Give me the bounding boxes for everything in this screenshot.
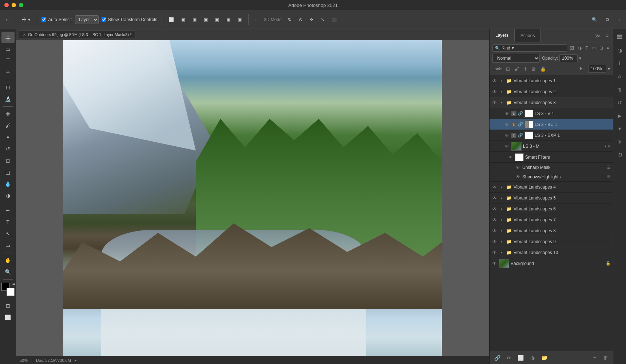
layer-visibility-toggle[interactable]: 👁 (492, 100, 498, 106)
layer-expand-button[interactable]: ▸ (499, 239, 504, 244)
crop-tool-button[interactable]: ⊡ (1, 82, 15, 93)
gradient-tool-button[interactable]: ◫ (1, 167, 15, 178)
panel-menu-button[interactable]: ≡ (604, 32, 610, 39)
path-selection-tool-button[interactable]: ↖ (1, 228, 15, 239)
layer-item[interactable]: 👁 ▸ 📁 Vibrant Landscapes 1 (490, 75, 613, 86)
layer-visibility-toggle[interactable]: 👁 (515, 165, 521, 170)
layer-visibility-toggle[interactable]: 👁 (492, 78, 498, 84)
layer-item[interactable]: 👁 ▸ 📁 Vibrant Landscapes 2 (490, 86, 613, 97)
magic-wand-tool-button[interactable]: ✳ (1, 67, 15, 78)
filter-shape-button[interactable]: ▭ (591, 45, 597, 51)
align-left-button[interactable]: ⬜ (166, 16, 176, 24)
layer-item[interactable]: 👁 ▸ 📁 Vibrant Landscapes 5 (490, 193, 613, 203)
lock-transparent-button[interactable]: ⊡ (505, 66, 511, 72)
tab-actions[interactable]: Actions (515, 29, 541, 42)
canvas-container[interactable] (16, 40, 489, 356)
text-tool-button[interactable]: T (1, 217, 15, 228)
layer-item[interactable]: 👁 ▸ 📁 Vibrant Landscapes 10 (490, 247, 613, 258)
more-button[interactable]: ... (253, 16, 261, 24)
layer-visibility-toggle[interactable]: 👁 (504, 111, 510, 116)
add-adjustment-button[interactable]: ◑ (528, 354, 536, 362)
align-center-h-button[interactable]: ▣ (179, 16, 187, 24)
brush-tool-button[interactable]: 🖌 (1, 120, 15, 131)
home-button[interactable]: ⌂ (4, 16, 11, 24)
filter-item[interactable]: 👁 Unsharp Mask ☰ (490, 163, 613, 172)
move-tool-options-button[interactable]: ✛ ▾ (20, 15, 32, 24)
layer-item[interactable]: 👁 ⊗ 🔗 LS 3 - EXP 1 (490, 130, 613, 141)
distribute-button[interactable]: ▣ (235, 16, 244, 24)
3d-slide-button[interactable]: ⤡ (318, 16, 326, 24)
layer-expand-button[interactable]: ▸ (499, 89, 504, 94)
filter-pixel-button[interactable]: 🖼 (569, 45, 575, 51)
share-button[interactable]: ↑ (616, 16, 622, 24)
screen-mode-button[interactable]: ⬜ (1, 312, 15, 323)
tab-close-icon[interactable]: ✕ (23, 33, 26, 37)
show-transform-checkbox[interactable] (102, 17, 106, 22)
smart-filters-item[interactable]: 👁 Smart Filters (490, 152, 613, 163)
align-top-button[interactable]: ▣ (202, 16, 210, 24)
kind-search[interactable]: 🔍 Kind ▾ (492, 44, 567, 52)
lock-artboard-button[interactable]: ⊠ (531, 66, 537, 72)
layer-item[interactable]: 👁 ▾ 📁 Vibrant Landscapes 3 (490, 97, 613, 108)
fill-input[interactable] (588, 65, 606, 73)
info-panel-button[interactable]: ℹ (615, 58, 625, 68)
layer-expand-button[interactable]: ▾ (499, 100, 504, 105)
layer-expand-button[interactable]: ▸ (499, 78, 504, 83)
layer-expand-button[interactable]: ▸ (499, 217, 504, 222)
background-layer-item[interactable]: 👁 Background 🔒 (490, 258, 613, 269)
layer-item[interactable]: 👁 ▸ 📁 Vibrant Landscapes 6 (490, 203, 613, 214)
clone-stamp-tool-button[interactable]: ✦ (1, 132, 15, 143)
align-center-v-button[interactable]: ▣ (213, 16, 221, 24)
layer-expand-button[interactable]: ▸ (499, 228, 504, 233)
layer-item[interactable]: 👁 LS 3 - M ▾ ✏ (490, 141, 613, 152)
history-brush-tool-button[interactable]: ↺ (1, 143, 15, 154)
create-new-layer-button[interactable]: + (591, 353, 598, 362)
layer-visibility-toggle[interactable]: 👁 (504, 132, 510, 138)
layer-visibility-toggle[interactable]: 👁 (504, 143, 510, 149)
shape-tool-button[interactable]: ▭ (1, 240, 15, 251)
rectangular-marquee-tool-button[interactable]: ▭ (1, 44, 15, 55)
layer-visibility-toggle[interactable]: 👁 (492, 195, 498, 201)
eraser-tool-button[interactable]: ◻ (1, 155, 15, 166)
delete-layer-button[interactable]: 🗑 (601, 354, 610, 362)
add-layer-style-button[interactable]: fx (505, 354, 513, 361)
search-button[interactable]: 🔍 (590, 16, 599, 24)
layer-visibility-toggle[interactable]: 👁 (504, 122, 510, 127)
filter-item[interactable]: 👁 Shadows/Highlights ☰ (490, 172, 613, 182)
align-right-button[interactable]: ▣ (190, 16, 199, 24)
hand-tool-button[interactable]: ✋ (1, 255, 15, 266)
layer-item[interactable]: 👁 ▸ 📁 Vibrant Landscapes 9 (490, 236, 613, 247)
3d-panel-button[interactable]: ✳ (615, 137, 625, 147)
lock-pixels-button[interactable]: 🖌 (513, 66, 520, 72)
foreground-background-colors[interactable]: ⇄ (1, 283, 15, 296)
expand-panel-button[interactable]: ≫ (594, 32, 602, 39)
link-layers-button[interactable]: 🔗 (492, 354, 502, 362)
swap-colors-button[interactable]: ⇄ (12, 282, 15, 286)
layer-item[interactable]: 👁 ⊗ 🔗 LS 3 - BC 1 (490, 119, 613, 130)
filter-adjustment-button[interactable]: ◑ (577, 45, 582, 51)
create-group-button[interactable]: 📁 (539, 354, 549, 362)
3d-camera-button[interactable]: 🎥 (329, 16, 339, 24)
move-tool-button[interactable] (1, 32, 15, 43)
paragraph-panel-button[interactable]: ¶ (615, 84, 625, 95)
zoom-tool-button[interactable]: 🔍 (1, 266, 15, 277)
3d-rotate-button[interactable]: ↻ (286, 16, 294, 24)
layer-visibility-toggle[interactable]: 👁 (492, 228, 498, 234)
quick-mask-button[interactable]: ⊞ (1, 300, 15, 311)
character-panel-button[interactable]: A (615, 71, 625, 82)
timeline-panel-button[interactable]: ⏱ (615, 150, 625, 160)
layer-visibility-toggle[interactable]: 👁 (492, 250, 498, 256)
lock-position-button[interactable]: ✛ (522, 66, 528, 72)
background-color[interactable] (7, 288, 15, 296)
close-button[interactable] (4, 3, 9, 7)
3d-roll-button[interactable]: ⊙ (297, 16, 305, 24)
filter-toggle-button[interactable]: ● (606, 45, 610, 51)
layer-expand-button[interactable]: ▸ (499, 185, 504, 190)
layer-visibility-toggle[interactable]: 👁 (492, 217, 498, 223)
layer-expand-button[interactable]: ▸ (499, 206, 504, 211)
layer-visibility-toggle[interactable]: 👁 (508, 154, 514, 160)
layer-item[interactable]: 👁 ⊗ 🔗 LS 3 - V 1 (490, 108, 613, 119)
healing-brush-tool-button[interactable]: ✚ (1, 108, 15, 119)
tab-layers[interactable]: Layers (490, 29, 515, 42)
actions-panel-button[interactable]: ▶ (615, 111, 625, 121)
